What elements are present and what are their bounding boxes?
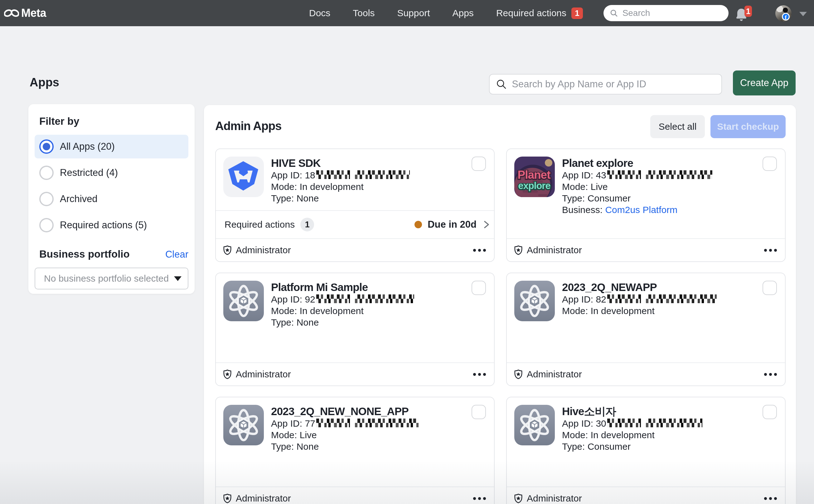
app-id-line: App ID: 77 (271, 418, 419, 429)
nav-item-label: Docs (309, 8, 330, 18)
nav-item-label: Tools (353, 8, 375, 18)
nav-item-required-actions[interactable]: Required actions1 (485, 7, 594, 19)
filter-option-2[interactable]: Archived (35, 187, 188, 211)
role-label: Administrator (527, 245, 582, 255)
app-name: HIVE SDK (271, 157, 410, 169)
business-link[interactable]: Com2us Platform (605, 205, 677, 215)
filter-option-1[interactable]: Restricted (4) (35, 161, 188, 185)
app-id-line: App ID: 30 (562, 418, 702, 429)
app-card-4[interactable]: 2023_2Q_NEW_NONE_APPApp ID: 77Mode: Live… (215, 397, 495, 504)
app-select-checkbox[interactable] (763, 281, 777, 295)
apps-grid: HIVE SDKApp ID: 18Mode: In developmentTy… (215, 148, 786, 504)
create-app-button[interactable]: Create App (733, 70, 796, 95)
filter-option-label: All Apps (20) (60, 141, 115, 152)
more-options-button[interactable] (473, 497, 486, 500)
default-app-icon (514, 405, 555, 445)
business-portfolio-value: No business portfolio selected (44, 273, 169, 284)
due-text: Due in 20d (428, 219, 477, 230)
search-icon (496, 78, 507, 90)
nav-menu: DocsToolsSupportAppsRequired actions1 (298, 0, 594, 26)
administrator-shield-icon (223, 245, 232, 255)
nav-item-tools[interactable]: Tools (342, 8, 386, 18)
app-icon (223, 281, 264, 321)
facebook-badge-icon: f (782, 13, 790, 21)
default-app-icon (223, 281, 264, 321)
meta-logo[interactable]: Meta (4, 7, 46, 20)
admin-apps-heading: Admin Apps (215, 119, 281, 133)
app-select-checkbox[interactable] (472, 281, 486, 295)
app-mode-line: Mode: Live (271, 429, 419, 441)
svg-text:Planet: Planet (517, 168, 550, 181)
business-portfolio-select[interactable]: No business portfolio selected (35, 268, 188, 289)
filter-option-label: Required actions (5) (60, 220, 147, 231)
app-select-checkbox[interactable] (763, 405, 777, 419)
app-card-footer: Administrator (216, 362, 494, 385)
administrator-shield-icon (223, 369, 232, 379)
avatar[interactable]: f (775, 5, 792, 22)
more-options-button[interactable] (764, 249, 777, 252)
brand-name: Meta (21, 7, 46, 20)
more-options-button[interactable] (473, 373, 486, 376)
radio-icon[interactable] (39, 192, 54, 206)
app-name: Hive소비자 (562, 405, 702, 418)
nav-item-apps[interactable]: Apps (441, 8, 485, 18)
account-chevron-down-icon[interactable] (799, 12, 807, 16)
nav-search[interactable] (603, 5, 729, 21)
nav-search-input[interactable] (623, 8, 722, 18)
redacted-app-id (316, 170, 410, 179)
app-card-media: 2023_2Q_NEWAPPApp ID: 82Mode: In develop… (507, 273, 785, 362)
administrator-shield-icon (514, 493, 523, 503)
more-options-button[interactable] (764, 373, 777, 376)
planet-explore-app-icon: PlanetPlanetexploreexplore (514, 157, 555, 197)
page-title: Apps (30, 76, 59, 89)
app-select-checkbox[interactable] (472, 157, 486, 171)
redacted-app-id (607, 170, 712, 179)
nav-item-support[interactable]: Support (386, 8, 441, 18)
nav-item-docs[interactable]: Docs (298, 8, 342, 18)
role-label: Administrator (236, 493, 291, 504)
more-options-button[interactable] (473, 249, 486, 252)
clear-link[interactable]: Clear (165, 249, 188, 260)
business-portfolio-heading: Business portfolio (39, 248, 130, 260)
filter-option-0[interactable]: All Apps (20) (35, 135, 188, 158)
app-icon (223, 157, 264, 197)
apps-search-input[interactable] (512, 79, 715, 90)
radio-icon[interactable] (39, 218, 54, 232)
app-card-0[interactable]: HIVE SDKApp ID: 18Mode: In developmentTy… (215, 148, 495, 262)
filter-option-label: Restricted (4) (60, 167, 118, 178)
app-mode-line: Mode: In development (271, 181, 410, 192)
app-select-checkbox[interactable] (763, 157, 777, 171)
app-mode-line: Mode: In development (562, 429, 702, 441)
app-card-5[interactable]: Hive소비자App ID: 30Mode: In developmentTyp… (506, 397, 786, 504)
notifications-button[interactable]: 1 (734, 4, 752, 23)
required-actions-label: Required actions (225, 219, 295, 230)
admin-apps-panel: Admin Apps Select all Start checkup HIVE… (204, 105, 796, 504)
app-type-line: Type: None (271, 317, 414, 328)
more-options-button[interactable] (764, 497, 777, 500)
role-label: Administrator (236, 369, 291, 380)
radio-icon[interactable] (39, 139, 54, 154)
select-all-button[interactable]: Select all (650, 115, 705, 138)
filter-option-3[interactable]: Required actions (5) (35, 213, 188, 237)
app-mode-line: Mode: Live (562, 181, 712, 192)
redacted-app-id (316, 419, 419, 427)
redacted-app-id (607, 294, 717, 303)
app-icon (514, 405, 555, 445)
select-caret-down-icon (174, 276, 182, 281)
app-card-2[interactable]: Platform Mi SampleApp ID: 92Mode: In dev… (215, 273, 495, 386)
app-mode-line: Mode: In development (562, 305, 717, 317)
required-actions-strip[interactable]: Required actions1Due in 20d (216, 210, 494, 238)
app-icon (514, 281, 555, 321)
required-actions-count: 1 (300, 218, 314, 231)
app-card-footer: Administrator (216, 487, 494, 504)
radio-icon[interactable] (39, 166, 54, 180)
app-info: 2023_2Q_NEWAPPApp ID: 82Mode: In develop… (562, 281, 717, 355)
app-card-1[interactable]: PlanetPlanetexploreexplorePlanet explore… (506, 148, 786, 262)
app-card-3[interactable]: 2023_2Q_NEWAPPApp ID: 82Mode: In develop… (506, 273, 786, 386)
app-info: HIVE SDKApp ID: 18Mode: In developmentTy… (271, 157, 410, 203)
apps-search[interactable] (489, 74, 722, 95)
app-mode-line: Mode: In development (271, 305, 414, 317)
top-navbar: Meta DocsToolsSupportAppsRequired action… (0, 0, 814, 26)
start-checkup-button[interactable]: Start checkup (710, 115, 786, 138)
app-select-checkbox[interactable] (472, 405, 486, 419)
